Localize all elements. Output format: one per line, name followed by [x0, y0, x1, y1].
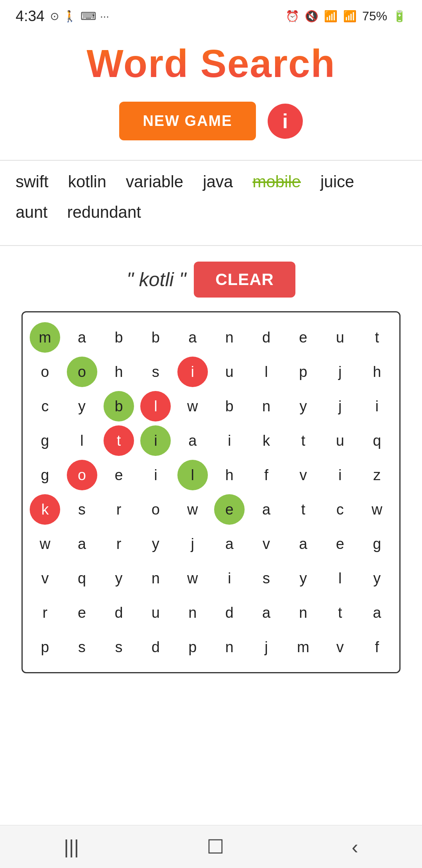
grid-cell-1-7[interactable]: p [285, 355, 322, 389]
recent-apps-button[interactable]: ||| [64, 836, 79, 858]
grid-cell-4-6[interactable]: f [248, 458, 284, 492]
grid-cell-4-2[interactable]: e [100, 458, 137, 492]
grid-cell-2-4[interactable]: w [174, 389, 211, 423]
info-button[interactable]: i [268, 104, 303, 139]
home-button[interactable]: ☐ [207, 836, 224, 858]
grid-cell-8-0[interactable]: r [27, 595, 63, 630]
grid-cell-0-7[interactable]: e [285, 320, 322, 355]
grid-cell-4-3[interactable]: i [137, 458, 174, 492]
grid-cell-7-7[interactable]: y [285, 561, 322, 595]
grid-cell-9-7[interactable]: m [285, 630, 322, 664]
grid-cell-4-0[interactable]: g [27, 458, 63, 492]
grid-cell-9-1[interactable]: s [63, 630, 100, 664]
grid-cell-5-6[interactable]: a [248, 492, 284, 527]
grid-cell-4-1[interactable]: o [63, 458, 100, 492]
grid-cell-0-9[interactable]: t [359, 320, 395, 355]
grid-cell-7-6[interactable]: s [248, 561, 284, 595]
grid-cell-6-5[interactable]: a [211, 527, 248, 561]
grid-cell-6-8[interactable]: e [322, 527, 358, 561]
grid-cell-7-4[interactable]: w [174, 561, 211, 595]
grid-cell-2-1[interactable]: y [63, 389, 100, 423]
grid-cell-9-6[interactable]: j [248, 630, 284, 664]
grid-cell-3-2[interactable]: t [100, 423, 137, 458]
grid-cell-9-8[interactable]: v [322, 630, 358, 664]
grid-cell-7-0[interactable]: v [27, 561, 63, 595]
grid-cell-1-1[interactable]: o [63, 355, 100, 389]
grid-cell-3-8[interactable]: u [322, 423, 358, 458]
grid-cell-1-2[interactable]: h [100, 355, 137, 389]
grid-cell-5-9[interactable]: w [359, 492, 395, 527]
grid-cell-0-8[interactable]: u [322, 320, 358, 355]
grid-cell-2-6[interactable]: n [248, 389, 284, 423]
grid-cell-9-4[interactable]: p [174, 630, 211, 664]
grid-cell-8-7[interactable]: n [285, 595, 322, 630]
grid-cell-7-8[interactable]: l [322, 561, 358, 595]
grid-cell-7-5[interactable]: i [211, 561, 248, 595]
grid-cell-6-3[interactable]: y [137, 527, 174, 561]
grid-cell-2-0[interactable]: c [27, 389, 63, 423]
back-button[interactable]: ‹ [352, 836, 358, 858]
grid-cell-8-6[interactable]: a [248, 595, 284, 630]
grid-cell-3-5[interactable]: i [211, 423, 248, 458]
grid-cell-9-3[interactable]: d [137, 630, 174, 664]
grid-cell-2-5[interactable]: b [211, 389, 248, 423]
clear-button[interactable]: CLEAR [194, 262, 295, 298]
new-game-button[interactable]: NEW GAME [119, 102, 256, 140]
grid-cell-9-2[interactable]: s [100, 630, 137, 664]
grid-cell-8-8[interactable]: t [322, 595, 358, 630]
grid-cell-2-8[interactable]: j [322, 389, 358, 423]
grid-cell-7-3[interactable]: n [137, 561, 174, 595]
grid-cell-9-5[interactable]: n [211, 630, 248, 664]
grid-cell-8-4[interactable]: n [174, 595, 211, 630]
grid-cell-5-8[interactable]: c [322, 492, 358, 527]
grid-cell-1-5[interactable]: u [211, 355, 248, 389]
grid-cell-6-7[interactable]: a [285, 527, 322, 561]
grid-cell-1-4[interactable]: i [174, 355, 211, 389]
grid-cell-0-2[interactable]: b [100, 320, 137, 355]
grid-cell-2-7[interactable]: y [285, 389, 322, 423]
grid-cell-4-4[interactable]: l [174, 458, 211, 492]
grid-cell-9-9[interactable]: f [359, 630, 395, 664]
grid-cell-8-3[interactable]: u [137, 595, 174, 630]
grid-cell-6-0[interactable]: w [27, 527, 63, 561]
grid-cell-9-0[interactable]: p [27, 630, 63, 664]
grid-cell-1-8[interactable]: j [322, 355, 358, 389]
grid-cell-5-7[interactable]: t [285, 492, 322, 527]
grid-cell-6-1[interactable]: a [63, 527, 100, 561]
grid-cell-8-2[interactable]: d [100, 595, 137, 630]
grid-cell-7-9[interactable]: y [359, 561, 395, 595]
grid-cell-3-6[interactable]: k [248, 423, 284, 458]
grid-cell-6-4[interactable]: j [174, 527, 211, 561]
grid-cell-1-6[interactable]: l [248, 355, 284, 389]
grid-cell-3-0[interactable]: g [27, 423, 63, 458]
grid-cell-7-2[interactable]: y [100, 561, 137, 595]
grid-cell-8-5[interactable]: d [211, 595, 248, 630]
grid-cell-0-5[interactable]: n [211, 320, 248, 355]
grid-cell-4-7[interactable]: v [285, 458, 322, 492]
grid-cell-3-4[interactable]: a [174, 423, 211, 458]
grid-cell-0-1[interactable]: a [63, 320, 100, 355]
grid-cell-6-9[interactable]: g [359, 527, 395, 561]
grid-cell-1-9[interactable]: h [359, 355, 395, 389]
grid-cell-3-7[interactable]: t [285, 423, 322, 458]
grid-cell-5-1[interactable]: s [63, 492, 100, 527]
grid-cell-5-0[interactable]: k [27, 492, 63, 527]
grid-cell-5-2[interactable]: r [100, 492, 137, 527]
grid-cell-2-2[interactable]: b [100, 389, 137, 423]
grid-cell-3-9[interactable]: q [359, 423, 395, 458]
grid-cell-4-5[interactable]: h [211, 458, 248, 492]
grid-cell-5-3[interactable]: o [137, 492, 174, 527]
grid-cell-7-1[interactable]: q [63, 561, 100, 595]
grid-cell-6-6[interactable]: v [248, 527, 284, 561]
grid-cell-2-9[interactable]: i [359, 389, 395, 423]
grid-cell-5-5[interactable]: e [211, 492, 248, 527]
grid-cell-4-9[interactable]: z [359, 458, 395, 492]
grid-cell-6-2[interactable]: r [100, 527, 137, 561]
grid-cell-5-4[interactable]: w [174, 492, 211, 527]
grid-cell-1-3[interactable]: s [137, 355, 174, 389]
grid-cell-0-0[interactable]: m [27, 320, 63, 355]
grid-cell-0-3[interactable]: b [137, 320, 174, 355]
grid-cell-0-4[interactable]: a [174, 320, 211, 355]
grid-cell-2-3[interactable]: l [137, 389, 174, 423]
grid-cell-3-1[interactable]: l [63, 423, 100, 458]
